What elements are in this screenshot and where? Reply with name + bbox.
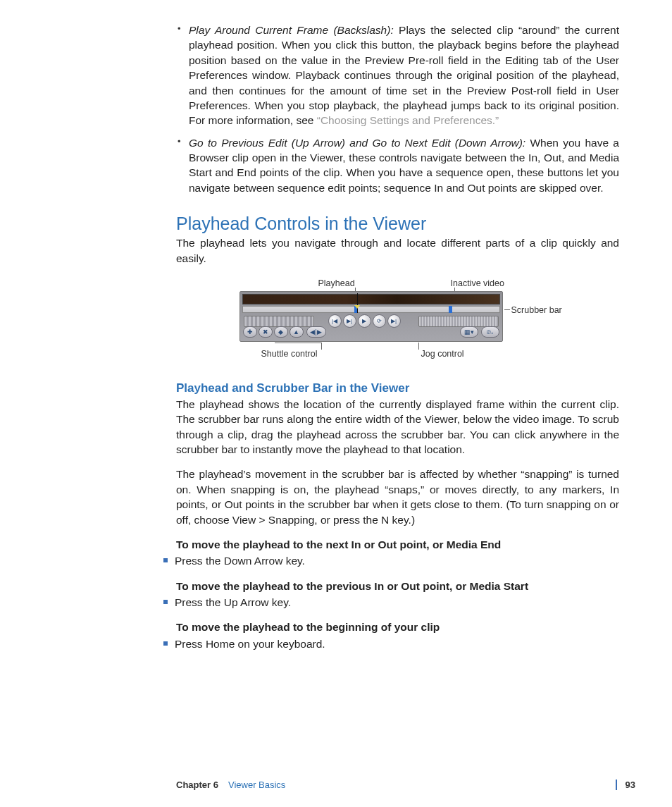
section-heading: Playhead Controls in the Viewer: [176, 214, 619, 234]
footer-chapter: Chapter 6: [176, 780, 218, 790]
step-lead: To move the playhead to the previous In …: [176, 579, 619, 593]
step-list: Press Home on your keyboard.: [176, 636, 619, 651]
bullet-item: Go to Previous Edit (Up Arrow) and Go to…: [176, 135, 619, 196]
match-frame-button[interactable]: ✚: [243, 326, 257, 338]
label-jog-control: Jog control: [421, 349, 464, 359]
scrubber-bar[interactable]: [242, 306, 500, 313]
step-lead: To move the playhead to the beginning of…: [176, 620, 619, 634]
shuttle-control[interactable]: [244, 316, 314, 327]
step-list: Press the Down Arrow key.: [176, 553, 619, 568]
step-list: Press the Up Arrow key.: [176, 595, 619, 610]
leader-line: [321, 343, 322, 350]
add-keyframe-button[interactable]: ◆: [274, 326, 288, 338]
footer-title: Viewer Basics: [228, 780, 285, 790]
step-item: Press the Up Arrow key.: [162, 595, 619, 610]
leader-line: [504, 309, 510, 310]
add-marker-button[interactable]: ▲: [290, 326, 304, 338]
inline-link[interactable]: “Choosing Settings and Preferences.”: [317, 114, 499, 126]
page-footer: Chapter 6 Viewer Basics 93: [176, 780, 635, 790]
playhead-triangle-icon: [354, 305, 360, 309]
body-paragraph: The playhead’s movement in the scrubber …: [176, 467, 619, 527]
control-row: |◀ ▶| ▶ ⟳ ▶|: [242, 316, 500, 327]
label-shuttle-control: Shuttle control: [261, 349, 318, 359]
step-lead: To move the playhead to the next In or O…: [176, 537, 619, 552]
mark-in-out-button[interactable]: ◀|▶: [306, 326, 326, 338]
label-inactive-video: Inactive video: [451, 278, 504, 288]
video-strip: [242, 294, 500, 304]
generator-popup-button[interactable]: ⎚▾: [481, 326, 499, 338]
out-point-marker: [449, 306, 452, 313]
bullet-term: Play Around Current Frame (Backslash):: [189, 24, 394, 36]
recent-clips-button[interactable]: ▦▾: [460, 326, 478, 338]
viewer-panel: |◀ ▶| ▶ ⟳ ▶| ✚ ✖ ◆ ▲ ◀|▶ ▦▾ ⎚▾: [239, 291, 503, 342]
viewer-figure: Playhead Inactive video |◀ ▶| ▶ ⟳ ▶|: [232, 278, 564, 363]
bullet-list: Play Around Current Frame (Backslash): P…: [176, 23, 619, 195]
footer-page-number: 93: [616, 780, 635, 790]
bottom-button-row: ✚ ✖ ◆ ▲ ◀|▶ ▦▾ ⎚▾: [243, 326, 499, 339]
step-item: Press Home on your keyboard.: [162, 636, 619, 651]
intro-paragraph: The playhead lets you navigate through a…: [176, 235, 619, 266]
label-scrubber-bar: Scrubber bar: [511, 305, 562, 315]
leader-line: [418, 343, 419, 350]
step-item: Press the Down Arrow key.: [162, 553, 619, 568]
bullet-term: Go to Previous Edit (Up Arrow) and Go to…: [189, 137, 525, 149]
label-playhead: Playhead: [318, 278, 355, 288]
bullet-body: Plays the selected clip “around” the cur…: [189, 24, 619, 126]
subsection-heading: Playhead and Scrubber Bar in the Viewer: [176, 381, 619, 395]
body-paragraph: The playhead shows the location of the c…: [176, 397, 619, 457]
jog-control[interactable]: [418, 316, 499, 327]
playhead-needle[interactable]: [357, 293, 358, 313]
mark-clip-button[interactable]: ✖: [259, 326, 273, 338]
bullet-item: Play Around Current Frame (Backslash): P…: [176, 23, 619, 128]
